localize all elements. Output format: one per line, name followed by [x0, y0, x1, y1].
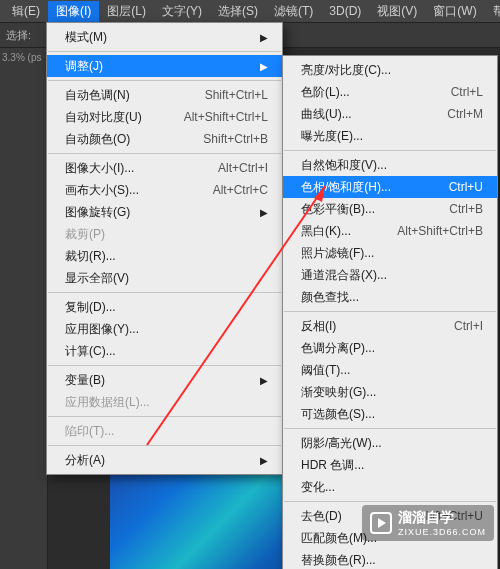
- menu-item-label: 陷印(T)...: [65, 423, 114, 440]
- menu-separator: [48, 153, 281, 154]
- menu-item[interactable]: 阈值(T)...: [283, 359, 497, 381]
- menu-item-label: 可选颜色(S)...: [301, 406, 375, 423]
- menu-item[interactable]: 色调分离(P)...: [283, 337, 497, 359]
- menu-item[interactable]: 自动色调(N)Shift+Ctrl+L: [47, 84, 282, 106]
- menu-separator: [284, 428, 496, 429]
- menubar-item[interactable]: 视图(V): [369, 1, 425, 22]
- menu-item-label: 自动对比度(U): [65, 109, 142, 126]
- menu-item-label: 去色(D): [301, 508, 342, 525]
- menu-item[interactable]: 亮度/对比度(C)...: [283, 59, 497, 81]
- menu-item-label: 曲线(U)...: [301, 106, 352, 123]
- menubar-item[interactable]: 帮: [485, 1, 500, 22]
- menu-item-label: 阈值(T)...: [301, 362, 350, 379]
- menu-item[interactable]: 图像旋转(G)▶: [47, 201, 282, 223]
- menu-item-label: 变量(B): [65, 372, 105, 389]
- submenu-arrow-icon: ▶: [260, 61, 268, 72]
- menu-item-label: HDR 色调...: [301, 457, 364, 474]
- menubar-item[interactable]: 图像(I): [48, 1, 99, 22]
- menu-item[interactable]: 色相/饱和度(H)...Ctrl+U: [283, 176, 497, 198]
- menubar: 辑(E)图像(I)图层(L)文字(Y)选择(S)滤镜(T)3D(D)视图(V)窗…: [0, 0, 500, 22]
- image-menu: 模式(M)▶调整(J)▶自动色调(N)Shift+Ctrl+L自动对比度(U)A…: [46, 22, 283, 475]
- menu-item[interactable]: 分析(A)▶: [47, 449, 282, 471]
- menu-item-label: 应用图像(Y)...: [65, 321, 139, 338]
- menubar-item[interactable]: 辑(E): [4, 1, 48, 22]
- menu-item[interactable]: 替换颜色(R)...: [283, 549, 497, 569]
- menu-item[interactable]: 变量(B)▶: [47, 369, 282, 391]
- menu-item-label: 颜色查找...: [301, 289, 359, 306]
- menu-item[interactable]: 色彩平衡(B)...Ctrl+B: [283, 198, 497, 220]
- menubar-item[interactable]: 3D(D): [321, 2, 369, 20]
- watermark-title: 溜溜自学: [398, 509, 454, 525]
- menu-item-label: 计算(C)...: [65, 343, 116, 360]
- menu-item[interactable]: 通道混合器(X)...: [283, 264, 497, 286]
- menubar-item[interactable]: 窗口(W): [425, 1, 484, 22]
- menu-item[interactable]: 颜色查找...: [283, 286, 497, 308]
- menu-item[interactable]: 曲线(U)...Ctrl+M: [283, 103, 497, 125]
- menu-item[interactable]: 可选颜色(S)...: [283, 403, 497, 425]
- menubar-item[interactable]: 图层(L): [99, 1, 154, 22]
- menu-item-shortcut: Alt+Shift+Ctrl+B: [397, 224, 483, 238]
- menu-item-label: 图像旋转(G): [65, 204, 130, 221]
- menu-item-label: 曝光度(E)...: [301, 128, 363, 145]
- menu-item-label: 亮度/对比度(C)...: [301, 62, 391, 79]
- menu-item[interactable]: 自动对比度(U)Alt+Shift+Ctrl+L: [47, 106, 282, 128]
- menu-item[interactable]: 自然饱和度(V)...: [283, 154, 497, 176]
- menu-item-label: 自动色调(N): [65, 87, 130, 104]
- menu-item-label: 应用数据组(L)...: [65, 394, 150, 411]
- menu-item-label: 照片滤镜(F)...: [301, 245, 374, 262]
- menu-item[interactable]: 显示全部(V): [47, 267, 282, 289]
- menu-item-shortcut: Ctrl+M: [447, 107, 483, 121]
- menu-item[interactable]: 图像大小(I)...Alt+Ctrl+I: [47, 157, 282, 179]
- menu-item-label: 画布大小(S)...: [65, 182, 139, 199]
- submenu-arrow-icon: ▶: [260, 375, 268, 386]
- menu-item-shortcut: Alt+Ctrl+I: [218, 161, 268, 175]
- menu-item[interactable]: 复制(D)...: [47, 296, 282, 318]
- submenu-arrow-icon: ▶: [260, 32, 268, 43]
- menu-item[interactable]: 反相(I)Ctrl+I: [283, 315, 497, 337]
- menu-item-label: 替换颜色(R)...: [301, 552, 376, 569]
- menu-item[interactable]: 画布大小(S)...Alt+Ctrl+C: [47, 179, 282, 201]
- menu-item-shortcut: Ctrl+B: [449, 202, 483, 216]
- watermark: 溜溜自学 ZIXUE.3D66.COM: [362, 505, 494, 541]
- menu-item[interactable]: 渐变映射(G)...: [283, 381, 497, 403]
- menu-item[interactable]: 曝光度(E)...: [283, 125, 497, 147]
- menu-item-label: 色阶(L)...: [301, 84, 350, 101]
- menu-separator: [48, 292, 281, 293]
- menu-item-label: 裁剪(P): [65, 226, 105, 243]
- menu-item-label: 色彩平衡(B)...: [301, 201, 375, 218]
- menu-item-label: 色相/饱和度(H)...: [301, 179, 391, 196]
- menu-item[interactable]: 黑白(K)...Alt+Shift+Ctrl+B: [283, 220, 497, 242]
- menu-item-label: 通道混合器(X)...: [301, 267, 387, 284]
- menu-item[interactable]: 裁切(R)...: [47, 245, 282, 267]
- menu-item[interactable]: 应用图像(Y)...: [47, 318, 282, 340]
- menu-item[interactable]: 照片滤镜(F)...: [283, 242, 497, 264]
- menu-separator: [48, 365, 281, 366]
- menu-item-label: 黑白(K)...: [301, 223, 351, 240]
- menu-separator: [48, 445, 281, 446]
- menubar-item[interactable]: 文字(Y): [154, 1, 210, 22]
- menu-item-label: 自动颜色(O): [65, 131, 130, 148]
- menu-item-shortcut: Shift+Ctrl+B: [203, 132, 268, 146]
- menu-item-shortcut: Ctrl+L: [451, 85, 483, 99]
- menu-item[interactable]: 色阶(L)...Ctrl+L: [283, 81, 497, 103]
- menu-separator: [284, 501, 496, 502]
- menu-separator: [48, 416, 281, 417]
- menubar-item[interactable]: 滤镜(T): [266, 1, 321, 22]
- menu-item-label: 分析(A): [65, 452, 105, 469]
- submenu-arrow-icon: ▶: [260, 207, 268, 218]
- menu-item[interactable]: 模式(M)▶: [47, 26, 282, 48]
- menu-item[interactable]: 变化...: [283, 476, 497, 498]
- menu-item[interactable]: 计算(C)...: [47, 340, 282, 362]
- menu-item[interactable]: 阴影/高光(W)...: [283, 432, 497, 454]
- menubar-item[interactable]: 选择(S): [210, 1, 266, 22]
- menu-item-label: 复制(D)...: [65, 299, 116, 316]
- menu-item-shortcut: Alt+Ctrl+C: [213, 183, 268, 197]
- menu-item-shortcut: Ctrl+I: [454, 319, 483, 333]
- menu-item[interactable]: 调整(J)▶: [47, 55, 282, 77]
- menu-item[interactable]: 自动颜色(O)Shift+Ctrl+B: [47, 128, 282, 150]
- menu-separator: [284, 311, 496, 312]
- menu-item: 陷印(T)...: [47, 420, 282, 442]
- submenu-arrow-icon: ▶: [260, 455, 268, 466]
- menu-item[interactable]: HDR 色调...: [283, 454, 497, 476]
- menu-item-label: 色调分离(P)...: [301, 340, 375, 357]
